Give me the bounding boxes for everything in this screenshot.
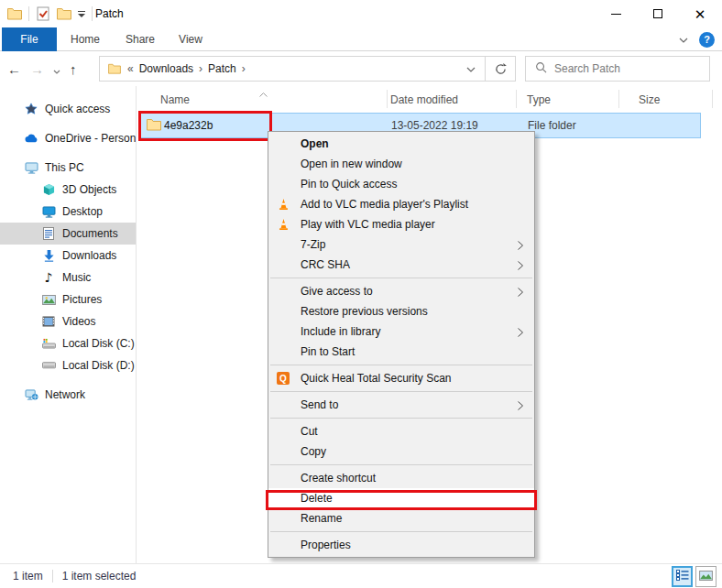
cube-icon xyxy=(41,182,56,197)
sidebar-item-music[interactable]: ♪ Music xyxy=(0,267,136,289)
details-view-button[interactable] xyxy=(672,566,693,587)
item-count: 1 item xyxy=(13,570,43,583)
submenu-arrow-icon xyxy=(518,400,523,413)
menu-separator xyxy=(270,531,532,532)
menu-item-rename[interactable]: Rename xyxy=(268,508,534,528)
close-button[interactable]: ✕ xyxy=(679,1,721,27)
menu-item-play-with-vlc[interactable]: Play with VLC media player xyxy=(268,214,534,234)
help-icon[interactable]: ? xyxy=(699,32,715,48)
sidebar-item-this-pc[interactable]: This PC xyxy=(0,157,136,179)
menu-item-pin-to-start[interactable]: Pin to Start xyxy=(268,342,534,362)
breadcrumb-patch[interactable]: Patch xyxy=(208,62,236,75)
music-note-icon: ♪ xyxy=(41,270,56,285)
address-folder-icon xyxy=(107,61,122,76)
sort-ascending-icon[interactable] xyxy=(259,87,268,100)
column-header-size[interactable]: Size xyxy=(639,93,660,106)
breadcrumb-prefix: « xyxy=(127,62,134,75)
breadcrumb-separator: › xyxy=(242,62,246,75)
tab-share[interactable]: Share xyxy=(114,27,167,51)
menu-item-open[interactable]: Open xyxy=(268,134,534,154)
minimize-button[interactable] xyxy=(595,1,637,27)
selection-count: 1 item selected xyxy=(62,570,137,583)
back-button[interactable]: ← xyxy=(7,61,21,77)
network-icon xyxy=(24,387,38,402)
sidebar-item-label: Local Disk (C:) xyxy=(62,337,135,350)
menu-separator xyxy=(270,278,532,278)
maximize-icon xyxy=(653,9,662,18)
status-divider xyxy=(52,570,53,583)
thumbnail-view-icon xyxy=(699,571,713,583)
menu-item-send-to[interactable]: Send to xyxy=(268,395,534,415)
sidebar-item-label: Pictures xyxy=(62,293,102,306)
navigation-pane: Quick access OneDrive - Persona This PC … xyxy=(0,86,137,563)
previous-locations-icon[interactable] xyxy=(457,62,485,75)
column-header-name[interactable]: Name xyxy=(160,93,190,106)
large-icons-view-button[interactable] xyxy=(695,566,717,587)
menu-item-properties[interactable]: Properties xyxy=(268,535,534,555)
menu-item-copy[interactable]: Copy xyxy=(268,441,534,462)
sidebar-item-desktop[interactable]: Desktop xyxy=(0,201,136,223)
menu-item-cut[interactable]: Cut xyxy=(268,421,534,441)
sidebar-item-3d-objects[interactable]: 3D Objects xyxy=(0,179,136,201)
picture-icon xyxy=(41,292,56,307)
menu-item-give-access-to[interactable]: Give access to xyxy=(268,281,534,301)
menu-item-add-to-vlc-playlist[interactable]: Add to VLC media player's Playlist xyxy=(268,194,534,214)
menu-item-quick-heal-scan[interactable]: Q Quick Heal Total Security Scan xyxy=(268,368,534,388)
forward-button[interactable]: → xyxy=(30,61,44,77)
tab-file[interactable]: File xyxy=(2,27,57,51)
sidebar-item-label: OneDrive - Persona xyxy=(45,132,136,145)
toolbar-separator xyxy=(28,6,29,21)
cloud-icon xyxy=(24,131,38,146)
menu-item-crc-sha[interactable]: CRC SHA xyxy=(268,255,534,275)
maximize-button[interactable] xyxy=(637,1,679,27)
details-view-icon xyxy=(676,570,689,583)
sidebar-item-downloads[interactable]: Downloads xyxy=(0,245,136,267)
menu-item-include-in-library[interactable]: Include in library xyxy=(268,321,534,342)
search-box[interactable] xyxy=(525,56,710,82)
menu-item-7zip[interactable]: 7-Zip xyxy=(268,234,534,255)
menu-separator xyxy=(270,365,532,365)
column-header-date-modified[interactable]: Date modified xyxy=(390,93,458,106)
close-icon: ✕ xyxy=(695,7,706,21)
computer-icon xyxy=(24,160,38,175)
file-type: File folder xyxy=(528,119,576,132)
quick-heal-icon: Q xyxy=(276,371,290,386)
sidebar-item-quick-access[interactable]: Quick access xyxy=(0,98,136,120)
system-drive-icon xyxy=(41,336,56,351)
properties-check-icon[interactable] xyxy=(36,6,50,21)
menu-item-create-shortcut[interactable]: Create shortcut xyxy=(268,468,534,488)
sidebar-item-videos[interactable]: Videos xyxy=(0,310,136,332)
file-list-pane: Name Date modified Type Size 4e9a232b 13… xyxy=(137,86,722,563)
sidebar-item-network[interactable]: Network xyxy=(0,384,136,406)
recent-locations-icon[interactable] xyxy=(53,61,60,77)
menu-separator xyxy=(270,464,532,465)
tab-home[interactable]: Home xyxy=(57,27,114,51)
menu-item-open-in-new-window[interactable]: Open in new window xyxy=(268,154,534,174)
submenu-arrow-icon xyxy=(518,240,523,253)
sidebar-item-pictures[interactable]: Pictures xyxy=(0,289,136,310)
sidebar-item-label: This PC xyxy=(45,161,84,174)
sidebar-item-label: Music xyxy=(62,271,91,284)
menu-item-restore-previous-versions[interactable]: Restore previous versions xyxy=(268,301,534,321)
sidebar-item-local-disk-c[interactable]: Local Disk (C:) xyxy=(0,332,136,354)
new-folder-icon[interactable] xyxy=(57,6,71,21)
menu-item-pin-to-quick-access[interactable]: Pin to Quick access xyxy=(268,174,534,194)
sidebar-item-onedrive[interactable]: OneDrive - Persona xyxy=(0,127,136,149)
sidebar-item-local-disk-d[interactable]: Local Disk (D:) xyxy=(0,354,136,376)
status-bar: 1 item 1 item selected xyxy=(0,563,722,588)
menu-item-delete[interactable]: Delete xyxy=(268,488,534,508)
expand-ribbon-icon[interactable] xyxy=(679,33,688,46)
column-header-type[interactable]: Type xyxy=(527,93,551,106)
refresh-button[interactable] xyxy=(486,57,515,81)
sidebar-item-documents[interactable]: Documents xyxy=(0,223,136,245)
customize-toolbar-dropdown-icon[interactable] xyxy=(78,11,85,17)
title-bar: Patch ✕ xyxy=(0,0,722,27)
vlc-cone-icon xyxy=(276,217,290,232)
tab-view[interactable]: View xyxy=(167,27,214,51)
sidebar-item-label: Downloads xyxy=(62,249,116,262)
search-input[interactable] xyxy=(554,62,692,75)
breadcrumb-downloads[interactable]: Downloads xyxy=(139,62,193,75)
document-icon xyxy=(41,226,56,241)
address-bar[interactable]: « Downloads › Patch › xyxy=(99,56,516,82)
up-button[interactable]: ↑ xyxy=(70,61,77,77)
